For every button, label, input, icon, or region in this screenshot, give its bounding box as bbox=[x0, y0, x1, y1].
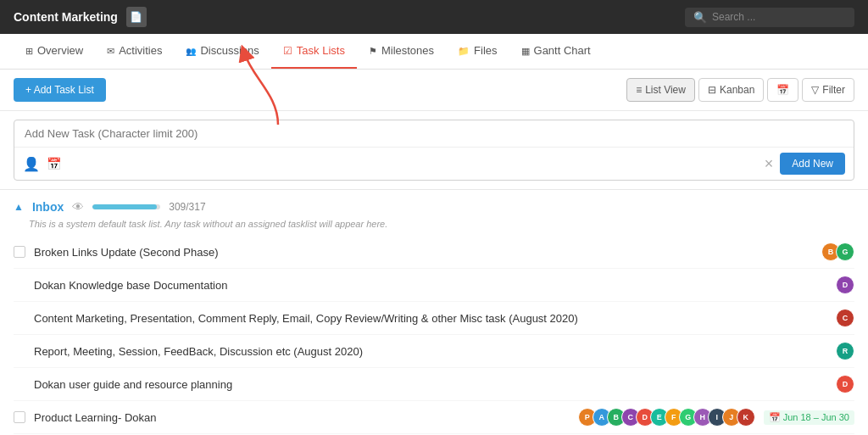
kanban-label: Kanban bbox=[720, 84, 754, 96]
table-row: Dokan Knowledge base Documentation D bbox=[14, 269, 854, 302]
calendar-picker-icon[interactable]: 📅 bbox=[47, 157, 61, 170]
tab-gantt-chart[interactable]: Gantt Chart bbox=[509, 34, 603, 69]
list-view-icon: ≡ bbox=[636, 84, 642, 96]
task-avatars-2: D bbox=[836, 276, 854, 294]
task-avatars-6: P A B C D E F G H I J K bbox=[578, 408, 755, 427]
inbox-title[interactable]: Inbox bbox=[32, 200, 64, 214]
tab-activities[interactable]: Activities bbox=[95, 34, 174, 69]
task-name-6: Product Learning- Dokan bbox=[34, 411, 570, 424]
add-new-label: Add New bbox=[792, 158, 833, 170]
list-view-label: List View bbox=[645, 84, 686, 96]
add-tasklist-label: + Add Task List bbox=[25, 84, 94, 96]
tab-discussions-label: Discussions bbox=[200, 44, 259, 57]
search-input[interactable] bbox=[712, 11, 846, 23]
inbox-header: ▲ Inbox 👁 309/317 bbox=[0, 190, 868, 217]
kanban-button[interactable]: ⊟ Kanban bbox=[698, 78, 764, 102]
table-row: Content Marketing, Presentation, Comment… bbox=[14, 302, 854, 335]
add-task-combined: 👤 📅 × Add New bbox=[14, 120, 854, 181]
inbox-progress-fill bbox=[92, 204, 157, 209]
toolbar: + Add Task List ≡ List View ⊟ Kanban 📅 ▽… bbox=[0, 70, 868, 111]
table-row: Broken Links Update (Second Phase) B G bbox=[14, 236, 854, 269]
tab-task-lists[interactable]: Task Lists bbox=[271, 34, 357, 69]
task-name-4: Report, Meeting, Session, FeedBack, Disc… bbox=[34, 345, 827, 358]
inbox-visibility-icon[interactable]: 👁 bbox=[72, 200, 84, 214]
avatar: G bbox=[836, 243, 854, 261]
view-controls: ≡ List View ⊟ Kanban 📅 ▽ Filter bbox=[626, 78, 854, 102]
tab-task-lists-label: Task Lists bbox=[297, 44, 345, 57]
table-row: Report, Meeting, Session, FeedBack, Disc… bbox=[14, 335, 854, 368]
assignee-icon[interactable]: 👤 bbox=[23, 156, 40, 172]
avatar: C bbox=[836, 309, 854, 327]
tabs-bar: Overview Activities Discussions Task Lis… bbox=[0, 34, 868, 70]
main-content: ▲ Inbox 👁 309/317 This is a system defau… bbox=[0, 190, 868, 435]
milestones-icon bbox=[369, 45, 377, 57]
filter-label: Filter bbox=[822, 84, 845, 96]
inbox-count: 309/317 bbox=[169, 201, 205, 213]
tab-discussions[interactable]: Discussions bbox=[174, 34, 270, 69]
task-name-2: Dokan Knowledge base Documentation bbox=[34, 279, 827, 292]
calendar-inline-icon: 📅 bbox=[769, 412, 781, 423]
task-checkbox-6[interactable] bbox=[14, 411, 25, 423]
task-lists-icon bbox=[283, 45, 292, 57]
task-name-1: Broken Links Update (Second Phase) bbox=[34, 246, 813, 259]
tab-files[interactable]: Files bbox=[446, 34, 509, 69]
tab-gantt-chart-label: Gantt Chart bbox=[534, 44, 591, 57]
task-avatars-1: B G bbox=[821, 243, 854, 261]
overview-icon bbox=[25, 45, 33, 57]
header-title: Content Marketing bbox=[14, 10, 118, 24]
task-avatars-3: C bbox=[836, 309, 854, 327]
clear-icon[interactable]: × bbox=[765, 156, 774, 171]
task-avatars-4: R bbox=[836, 342, 854, 360]
filter-button[interactable]: ▽ Filter bbox=[802, 78, 854, 102]
discussions-icon bbox=[186, 45, 196, 57]
search-icon: 🔍 bbox=[693, 11, 707, 24]
tab-overview-label: Overview bbox=[37, 44, 83, 57]
gantt-chart-icon bbox=[521, 45, 530, 57]
calendar-button[interactable]: 📅 bbox=[767, 78, 798, 102]
tab-files-label: Files bbox=[474, 44, 497, 57]
header: Content Marketing 📄 🔍 bbox=[0, 0, 868, 34]
table-row: Product Learning- Dokan P A B C D E F G … bbox=[14, 401, 854, 434]
search-bar: 🔍 bbox=[685, 8, 854, 27]
calendar-icon: 📅 bbox=[776, 84, 789, 96]
task-list: Broken Links Update (Second Phase) B G D… bbox=[0, 236, 868, 435]
avatar: D bbox=[836, 375, 854, 393]
files-icon bbox=[458, 45, 470, 57]
add-tasklist-button[interactable]: + Add Task List bbox=[14, 78, 106, 102]
add-task-input[interactable] bbox=[25, 127, 843, 140]
add-task-input-row[interactable] bbox=[14, 120, 854, 148]
activities-icon bbox=[107, 45, 114, 57]
kanban-icon: ⊟ bbox=[708, 84, 716, 96]
task-avatars-5: D bbox=[836, 375, 854, 393]
tab-overview[interactable]: Overview bbox=[14, 34, 95, 69]
inbox-progress-bar bbox=[92, 204, 160, 209]
avatar: R bbox=[836, 342, 854, 360]
task-checkbox-1[interactable] bbox=[14, 246, 25, 258]
task-date-6: 📅 Jun 18 – Jun 30 bbox=[764, 410, 854, 425]
add-new-button[interactable]: Add New bbox=[780, 153, 845, 175]
inbox-collapse-icon[interactable]: ▲ bbox=[14, 201, 24, 213]
tab-activities-label: Activities bbox=[119, 44, 162, 57]
avatar: K bbox=[737, 408, 755, 427]
avatar: D bbox=[836, 276, 854, 294]
header-left: Content Marketing 📄 bbox=[14, 7, 147, 27]
tab-milestones[interactable]: Milestones bbox=[357, 34, 446, 69]
add-task-actions-row: 👤 📅 × Add New bbox=[14, 148, 854, 180]
task-name-5: Dokan user guide and resource planning bbox=[34, 378, 827, 391]
list-view-button[interactable]: ≡ List View bbox=[626, 78, 695, 102]
table-row: Dokan user guide and resource planning D bbox=[14, 368, 854, 401]
add-task-right-actions: × Add New bbox=[765, 153, 845, 175]
add-task-area: 👤 📅 × Add New bbox=[0, 111, 868, 190]
inbox-subtitle: This is a system default task list. Any … bbox=[0, 217, 868, 236]
filter-icon: ▽ bbox=[811, 84, 819, 96]
tab-milestones-label: Milestones bbox=[381, 44, 434, 57]
task-name-3: Content Marketing, Presentation, Comment… bbox=[34, 312, 827, 325]
header-doc-icon[interactable]: 📄 bbox=[126, 7, 147, 27]
